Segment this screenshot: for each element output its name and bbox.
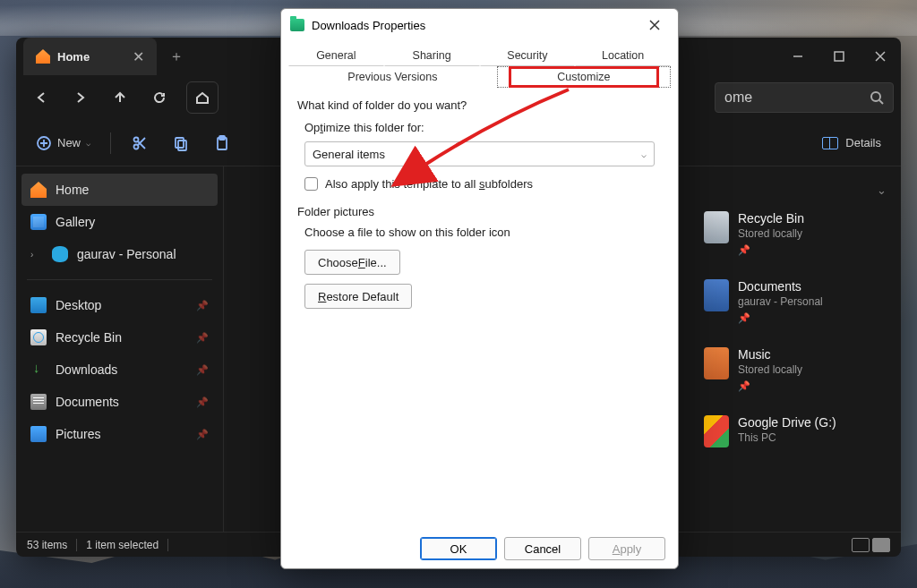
- sidebar: Home Gallery ›gaurav - Personal Desktop📌…: [16, 166, 224, 532]
- sidebar-item-label: Pictures: [56, 427, 101, 441]
- pictures-icon: [30, 426, 47, 442]
- sidebar-item-home[interactable]: Home: [21, 174, 218, 206]
- sidebar-item-label: Home: [56, 183, 89, 197]
- pin-icon: 📌: [196, 396, 209, 408]
- paste-button[interactable]: [204, 127, 240, 159]
- optimize-value: General items: [313, 148, 385, 161]
- restore-default-button[interactable]: Restore Default: [304, 284, 412, 309]
- sidebar-item-desktop[interactable]: Desktop📌: [21, 289, 218, 321]
- pin-icon: 📌: [196, 429, 209, 440]
- sidebar-item-label: Downloads: [56, 362, 117, 377]
- home-icon: [30, 182, 47, 198]
- refresh-button[interactable]: [141, 81, 177, 114]
- pin-icon: 📌: [196, 364, 209, 376]
- search-icon: [870, 90, 884, 105]
- svg-point-1: [871, 92, 880, 101]
- forward-button[interactable]: [63, 81, 99, 114]
- search-text: ome: [724, 89, 752, 106]
- downloads-icon: [30, 362, 47, 378]
- tab-previous-versions[interactable]: Previous Versions: [288, 66, 497, 88]
- group-label: What kind of folder do you want?: [297, 98, 662, 112]
- search-box[interactable]: ome: [715, 82, 894, 113]
- close-window-button[interactable]: [860, 38, 901, 75]
- details-label: Details: [845, 136, 881, 149]
- maximize-button[interactable]: [818, 38, 860, 75]
- card-documents[interactable]: Documentsgaurav - Personal📌: [704, 279, 883, 324]
- sidebar-item-gallery[interactable]: Gallery: [21, 206, 218, 238]
- optimize-select[interactable]: General items ⌵: [304, 141, 655, 166]
- optimize-label: Optimize this folder for:: [304, 121, 662, 134]
- onedrive-icon: [52, 246, 68, 262]
- details-button[interactable]: Details: [813, 127, 890, 159]
- dialog-footer: OK Cancel Apply: [281, 529, 678, 568]
- card-music[interactable]: MusicStored locally📌: [704, 347, 883, 392]
- tab-sharing[interactable]: Sharing: [384, 45, 480, 66]
- cancel-button[interactable]: Cancel: [504, 537, 581, 560]
- tab-location[interactable]: Location: [575, 45, 671, 66]
- svg-rect-0: [835, 52, 844, 61]
- recycle-icon: [30, 329, 47, 345]
- home-icon: [36, 49, 50, 64]
- ok-button[interactable]: OK: [420, 537, 497, 560]
- sidebar-item-onedrive[interactable]: ›gaurav - Personal: [21, 238, 218, 270]
- quick-access-cards: Recycle BinStored locally📌 Documentsgaur…: [704, 211, 883, 447]
- new-tab-button[interactable]: ＋: [169, 47, 184, 66]
- back-button[interactable]: [23, 81, 59, 114]
- tab-title: Home: [57, 50, 90, 64]
- tab-general[interactable]: General: [288, 45, 384, 66]
- svg-point-3: [134, 137, 139, 141]
- scissors-icon: [132, 135, 148, 151]
- checkbox[interactable]: [304, 177, 318, 191]
- item-count: 53 items: [27, 539, 67, 551]
- tab-customize[interactable]: Customize: [497, 66, 671, 88]
- tab-security[interactable]: Security: [480, 45, 576, 66]
- chevron-down-icon: ⌵: [641, 149, 647, 159]
- minimize-button[interactable]: [777, 38, 818, 75]
- sidebar-item-pictures[interactable]: Pictures📌: [21, 418, 218, 450]
- desktop-icon: [30, 297, 47, 313]
- folder-icon: [290, 19, 304, 31]
- svg-point-4: [134, 144, 139, 149]
- tab-close-icon[interactable]: ✕: [133, 48, 144, 65]
- sidebar-item-label: Gallery: [56, 215, 95, 229]
- sidebar-item-label: Recycle Bin: [56, 330, 122, 345]
- dialog-close-button[interactable]: [640, 13, 669, 38]
- sidebar-item-label: gaurav - Personal: [77, 247, 176, 261]
- up-button[interactable]: [102, 81, 138, 114]
- checkbox-label: Also apply this template to all subfolde…: [325, 177, 533, 191]
- pin-icon: 📌: [196, 332, 209, 344]
- chevron-right-icon[interactable]: ›: [30, 250, 43, 260]
- folder-pictures-desc: Choose a file to show on this folder ico…: [304, 226, 662, 239]
- view-list-button[interactable]: [852, 538, 870, 552]
- selection-count: 1 item selected: [86, 539, 159, 551]
- tab-home[interactable]: Home ✕: [23, 38, 157, 75]
- dialog-title: Downloads Properties: [312, 19, 425, 32]
- copy-button[interactable]: [163, 127, 199, 159]
- clipboard-icon: [214, 135, 230, 151]
- address-bar-home[interactable]: [186, 81, 219, 114]
- sidebar-item-recycle[interactable]: Recycle Bin📌: [21, 321, 218, 354]
- svg-rect-6: [178, 141, 186, 150]
- chevron-down-icon[interactable]: ⌄: [877, 183, 887, 197]
- dialog-titlebar: Downloads Properties: [281, 9, 678, 41]
- apply-button[interactable]: Apply: [588, 537, 665, 560]
- cut-button[interactable]: [122, 127, 158, 159]
- choose-file-button[interactable]: Choose File...: [304, 250, 400, 275]
- new-button-label: New: [57, 136, 81, 149]
- copy-icon: [173, 135, 189, 151]
- view-details-button[interactable]: [872, 538, 890, 552]
- properties-dialog: Downloads Properties General Sharing Sec…: [280, 8, 679, 569]
- pin-icon: 📌: [196, 300, 209, 311]
- new-button[interactable]: New ⌵: [27, 127, 99, 159]
- sidebar-item-downloads[interactable]: Downloads📌: [21, 354, 218, 386]
- details-icon: [822, 137, 838, 149]
- gallery-icon: [30, 214, 47, 230]
- plus-circle-icon: [36, 135, 52, 151]
- card-google-drive[interactable]: Google Drive (G:)This PC: [704, 415, 883, 447]
- sidebar-item-documents[interactable]: Documents📌: [21, 386, 218, 418]
- card-recycle-bin[interactable]: Recycle BinStored locally📌: [704, 211, 883, 256]
- subfolders-checkbox-row[interactable]: Also apply this template to all subfolde…: [304, 177, 662, 191]
- sidebar-item-label: Documents: [56, 395, 119, 409]
- folder-pictures-label: Folder pictures: [297, 205, 662, 218]
- sidebar-item-label: Desktop: [56, 298, 101, 312]
